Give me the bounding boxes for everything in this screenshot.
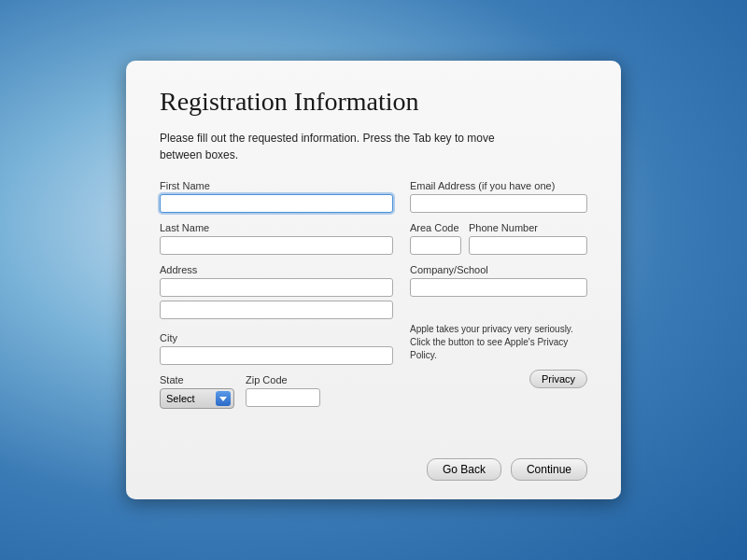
bottom-buttons: Go Back Continue (427, 458, 587, 481)
address-label: Address (160, 264, 393, 275)
first-name-group: First Name (160, 180, 393, 213)
city-label: City (160, 332, 393, 343)
state-group: State SelectALAKAZARCACOCTDEFLGAHIIDILIN… (160, 374, 234, 409)
state-select[interactable]: SelectALAKAZARCACOCTDEFLGAHIIDILINIAKSKY… (160, 388, 234, 409)
state-zip-row: State SelectALAKAZARCACOCTDEFLGAHIIDILIN… (160, 374, 393, 418)
phone-group: Phone Number (469, 222, 587, 255)
left-column: First Name Last Name Address City State (160, 180, 393, 418)
page-title: Registration Information (160, 87, 587, 117)
privacy-description: Apple takes your privacy very seriously.… (410, 323, 587, 362)
company-input[interactable] (410, 278, 587, 297)
form-body: First Name Last Name Address City State (160, 180, 587, 418)
area-code-group: Area Code (410, 222, 461, 255)
city-input[interactable] (160, 346, 393, 365)
first-name-input[interactable] (160, 194, 393, 213)
privacy-section: Apple takes your privacy very seriously.… (410, 323, 587, 388)
zip-group: Zip Code (246, 374, 320, 407)
company-label: Company/School (410, 264, 587, 275)
area-code-input[interactable] (410, 236, 461, 255)
last-name-label: Last Name (160, 222, 393, 233)
continue-button[interactable]: Continue (511, 458, 587, 481)
email-group: Email Address (if you have one) (410, 180, 587, 213)
address-line2-input[interactable] (160, 301, 393, 319)
address-group: Address (160, 264, 393, 323)
last-name-input[interactable] (160, 236, 393, 255)
company-group: Company/School (410, 264, 587, 297)
area-phone-row: Area Code Phone Number (410, 222, 587, 255)
phone-input[interactable] (469, 236, 587, 255)
instructions-text: Please fill out the requested informatio… (160, 130, 505, 163)
zip-label: Zip Code (246, 374, 320, 385)
email-label: Email Address (if you have one) (410, 180, 587, 191)
right-column: Email Address (if you have one) Area Cod… (410, 180, 587, 418)
first-name-label: First Name (160, 180, 393, 191)
email-input[interactable] (410, 194, 587, 213)
address-line1-input[interactable] (160, 278, 393, 297)
go-back-button[interactable]: Go Back (427, 458, 501, 481)
zip-input[interactable] (246, 388, 320, 407)
area-code-label: Area Code (410, 222, 461, 233)
state-select-wrapper: SelectALAKAZARCACOCTDEFLGAHIIDILINIAKSKY… (160, 388, 234, 409)
last-name-group: Last Name (160, 222, 393, 255)
privacy-button[interactable]: Privacy (529, 370, 587, 388)
city-group: City (160, 332, 393, 365)
registration-panel: Registration Information Please fill out… (126, 61, 621, 499)
state-label: State (160, 374, 234, 385)
phone-label: Phone Number (469, 222, 587, 233)
